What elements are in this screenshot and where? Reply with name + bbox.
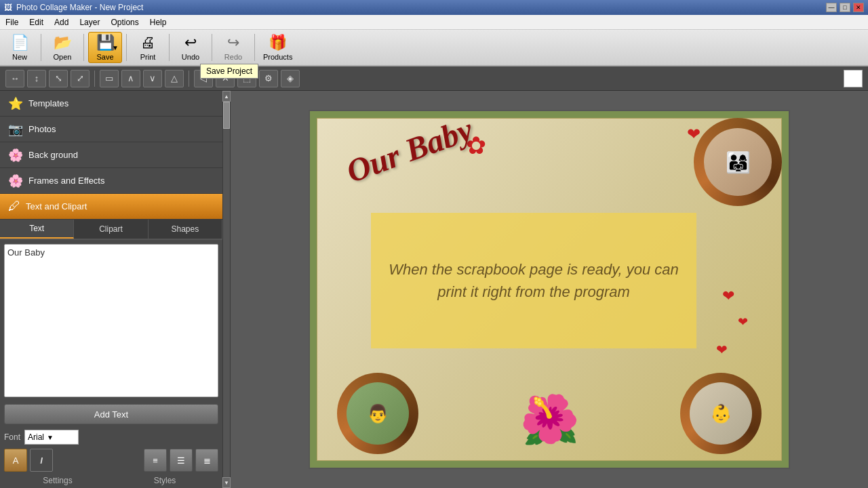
menu-layer[interactable]: Layer <box>74 15 105 29</box>
undo-button[interactable]: ↩ Undo <box>174 32 208 63</box>
triangle-tool[interactable]: △ <box>165 70 184 87</box>
maximize-button[interactable]: □ <box>840 3 850 12</box>
color-style-button[interactable]: A <box>4 449 27 472</box>
italic-button[interactable]: I <box>30 449 53 472</box>
toolbar-sep-3 <box>126 34 127 61</box>
menu-add[interactable]: Add <box>49 15 74 29</box>
app-title: Photo Collage Maker - New Project <box>16 3 143 12</box>
edit-toolbar: ↔ ↕ ⤡ ⤢ ▭ ∧ ∨ △ ◁ ✕ ⬚ ⚙ ◈ <box>0 66 868 91</box>
up-tool[interactable]: ∧ <box>121 70 140 87</box>
app-icon: 🖼 <box>4 3 12 12</box>
photos-icon: 📷 <box>8 122 23 137</box>
flip-tool[interactable]: ⤢ <box>71 70 90 87</box>
menu-help[interactable]: Help <box>144 15 172 29</box>
deco-heart-6: ❤ <box>716 342 728 358</box>
save-button[interactable]: 💾 Save ▼ <box>88 32 122 63</box>
bottom-labels: Settings Styles <box>0 473 222 488</box>
tab-text[interactable]: Text <box>0 220 74 239</box>
products-button[interactable]: 🎁 Products <box>259 32 296 63</box>
down-tool[interactable]: ∨ <box>143 70 162 87</box>
sidebar-item-photos[interactable]: 📷 Photos <box>0 117 222 142</box>
font-select[interactable]: Arial ▼ <box>24 430 79 445</box>
settings-label: Settings <box>4 476 111 485</box>
rotate-tool[interactable]: ⤡ <box>49 70 68 87</box>
tab-clipart[interactable]: Clipart <box>74 220 148 239</box>
photo-circle-br: 👶 <box>680 373 762 454</box>
products-icon: 🎁 <box>269 34 287 52</box>
titlebar: 🖼 Photo Collage Maker - New Project — □ … <box>0 0 868 15</box>
sidebar-item-templates[interactable]: ⭐ Templates <box>0 91 222 117</box>
frames-icon: 🌸 <box>8 174 23 188</box>
scrollbar-up[interactable]: ▲ <box>222 91 231 102</box>
close-button[interactable]: ✕ <box>853 3 864 12</box>
text-icon: 🖊 <box>8 199 20 214</box>
align-center-button[interactable]: ☰ <box>170 449 193 472</box>
main-area: ⭐ Templates 📷 Photos 🌸 Back ground 🌸 Fra… <box>0 91 868 488</box>
sidebar-item-background[interactable]: 🌸 Back ground <box>0 142 222 168</box>
align-left-button[interactable]: ≡ <box>144 449 167 472</box>
photo-circle-tr: 👨‍👩‍👧 <box>694 118 782 206</box>
toolbar: 📄 New 📂 Open 💾 Save ▼ 🖨 Print ↩ Undo ↪ R… <box>0 30 868 66</box>
titlebar-controls[interactable]: — □ ✕ <box>826 3 864 12</box>
menu-file[interactable]: File <box>0 15 24 29</box>
toolbar-sep-2 <box>83 34 84 61</box>
text-input[interactable]: Our Baby <box>4 244 218 397</box>
align-tool[interactable]: ▭ <box>100 70 119 87</box>
align-right-button[interactable]: ≣ <box>195 449 218 472</box>
toolbar-sep-6 <box>254 34 255 61</box>
tab-shapes[interactable]: Shapes <box>149 220 222 239</box>
resize-tool[interactable]: ↕ <box>27 70 46 87</box>
effect-tool[interactable]: ◈ <box>281 70 300 87</box>
menu-edit[interactable]: Edit <box>24 15 49 29</box>
sidebar-scrollbar[interactable]: ▲ ▼ <box>222 91 231 488</box>
styles-label: Styles <box>111 476 218 485</box>
titlebar-title: 🖼 Photo Collage Maker - New Project <box>4 3 143 12</box>
scrollbar-thumb[interactable] <box>223 102 230 129</box>
tab-bar: Text Clipart Shapes <box>0 220 222 240</box>
color-swatch[interactable] <box>844 70 863 87</box>
sidebar: ⭐ Templates 📷 Photos 🌸 Back ground 🌸 Fra… <box>0 91 222 488</box>
scrapbook-canvas[interactable]: ✿ ❤ ❤ ❤ Our Baby 👨‍👩‍👧 When the scrapboo… <box>309 110 790 469</box>
sidebar-item-frames[interactable]: 🌸 Frames and Effects <box>0 168 222 194</box>
deco-heart-5: ❤ <box>738 314 748 329</box>
templates-icon: ⭐ <box>8 96 23 111</box>
add-text-button[interactable]: Add Text <box>4 404 218 424</box>
new-button[interactable]: 📄 New <box>3 32 37 63</box>
big-flower: 🌺 <box>520 392 579 447</box>
toolbar-sep-1 <box>41 34 41 61</box>
scrollbar-track <box>223 102 230 477</box>
move-tool[interactable]: ↔ <box>5 70 24 87</box>
font-dropdown-arrow: ▼ <box>47 434 54 441</box>
background-icon: 🌸 <box>8 148 23 163</box>
message-text: When the scrapbook page is ready, you ca… <box>382 258 686 303</box>
minimize-button[interactable]: — <box>826 3 837 12</box>
redo-button[interactable]: ↪ Redo <box>216 32 250 63</box>
print-icon: 🖨 <box>140 34 155 52</box>
font-label: Font <box>4 432 20 442</box>
menu-options[interactable]: Options <box>105 15 144 29</box>
scrollbar-down[interactable]: ▼ <box>222 477 231 488</box>
canvas-area: ✿ ❤ ❤ ❤ Our Baby 👨‍👩‍👧 When the scrapboo… <box>231 91 868 488</box>
settings-tool[interactable]: ⚙ <box>259 70 278 87</box>
deco-heart-4: ❤ <box>722 287 734 305</box>
save-tooltip: Save Project <box>200 64 258 79</box>
toolbar-sep-4 <box>169 34 170 61</box>
font-row: Font Arial ▼ <box>0 427 222 447</box>
message-box: When the scrapbook page is ready, you ca… <box>371 213 696 348</box>
undo-icon: ↩ <box>184 34 197 52</box>
sidebar-wrapper: ⭐ Templates 📷 Photos 🌸 Back ground 🌸 Fra… <box>0 91 231 488</box>
new-icon: 📄 <box>11 34 29 52</box>
style-row: A I ≡ ☰ ≣ <box>0 447 222 473</box>
toolbar-sep-5 <box>212 34 212 61</box>
open-icon: 📂 <box>54 34 72 52</box>
menubar: File Edit Add Layer Options Help <box>0 15 868 30</box>
open-button[interactable]: 📂 Open <box>45 32 79 63</box>
photo-circle-bl: 👨 <box>337 373 418 454</box>
redo-icon: ↪ <box>227 34 239 52</box>
tb2-sep-1 <box>94 70 95 87</box>
print-button[interactable]: 🖨 Print <box>131 32 165 63</box>
sidebar-content: Text Clipart Shapes Our Baby Add Text Fo… <box>0 220 222 488</box>
sidebar-item-text[interactable]: 🖊 Text and Clipart <box>0 194 222 220</box>
tb2-sep-2 <box>189 70 189 87</box>
